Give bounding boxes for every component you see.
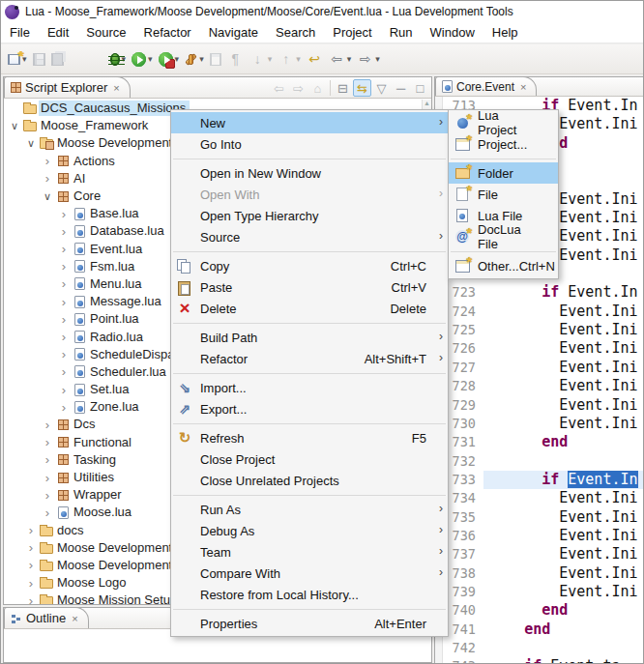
dropdown-caret-icon[interactable]: ▾ [199, 54, 204, 64]
dropdown-caret-icon[interactable]: ▾ [175, 54, 180, 64]
last-edit-icon: ↩ [307, 51, 323, 68]
minimize-icon[interactable]: ─ [392, 79, 410, 97]
menubar-item-help[interactable]: Help [483, 23, 527, 42]
context-menu-item-close-project[interactable]: Close Project [171, 448, 448, 470]
dropdown-caret-icon[interactable]: ▾ [296, 54, 301, 64]
code-line: 732 [435, 452, 643, 471]
context-menu-item-restore-from-local-history[interactable]: Restore from Local History... [171, 584, 448, 605]
menubar-item-file[interactable]: File [1, 23, 39, 42]
context-menu-item-team[interactable]: Team› [171, 541, 448, 563]
twisty-icon[interactable] [41, 471, 54, 485]
twisty-icon[interactable] [57, 312, 71, 327]
close-icon[interactable]: × [72, 613, 77, 624]
context-menu-item-refactor[interactable]: RefactorAlt+Shift+T› [171, 348, 448, 369]
menubar-item-source[interactable]: Source [77, 23, 134, 42]
tab-script-explorer[interactable]: Script Explorer × [4, 76, 131, 98]
twisty-icon[interactable] [24, 523, 38, 537]
twisty-icon[interactable] [57, 330, 71, 344]
last-edit-location-button[interactable]: ↩ [305, 47, 325, 71]
twisty-icon[interactable] [41, 488, 54, 503]
new-submenu-item-lua-project[interactable]: Lua Project [449, 112, 558, 133]
context-menu-item-compare-with[interactable]: Compare With› [171, 563, 448, 584]
twisty-icon[interactable] [57, 276, 71, 291]
debug-button[interactable]: ▾ [108, 47, 129, 71]
run-coverage-button[interactable]: ▾ [157, 47, 182, 71]
context-menu-item-source[interactable]: Source› [171, 226, 448, 247]
twisty-icon[interactable] [41, 154, 54, 168]
twisty-icon[interactable] [41, 190, 54, 203]
twisty-icon[interactable] [57, 364, 71, 379]
menubar-item-run[interactable]: Run [381, 23, 422, 42]
twisty-icon[interactable] [41, 435, 54, 449]
menubar-item-project[interactable]: Project [324, 23, 380, 42]
menubar-item-search[interactable]: Search [267, 23, 324, 42]
new-submenu-item-folder[interactable]: Folder [449, 162, 558, 184]
new-submenu-item-file[interactable]: File [449, 184, 558, 205]
twisty-icon[interactable] [41, 452, 54, 467]
twisty-icon[interactable] [24, 137, 38, 150]
run-button[interactable]: ▾ [130, 47, 155, 71]
close-icon[interactable]: × [520, 81, 526, 93]
collapse-all-icon[interactable]: ⊟ [334, 79, 352, 97]
context-menu-item-build-path[interactable]: Build Path› [171, 327, 448, 348]
tab-core-event[interactable]: Core.Event × [435, 76, 537, 96]
twisty-icon[interactable] [24, 593, 38, 604]
dropdown-caret-icon[interactable]: ▾ [375, 54, 380, 64]
context-menu-item-export[interactable]: Export... [171, 398, 448, 419]
dropdown-caret-icon[interactable]: ▾ [148, 54, 153, 64]
twisty-icon[interactable] [41, 171, 54, 186]
twisty-icon[interactable] [57, 295, 71, 309]
twisty-icon[interactable] [24, 576, 38, 591]
menu-item-label: Import... [200, 381, 247, 395]
view-menu-icon[interactable]: ▽ [372, 79, 391, 97]
context-menu-item-run-as[interactable]: Run As› [171, 499, 448, 520]
context-menu-item-import[interactable]: Import... [171, 377, 448, 398]
menubar-item-window[interactable]: Window [422, 23, 483, 42]
context-menu-item-properties[interactable]: PropertiesAlt+Enter [171, 613, 448, 634]
context-menu-item-paste[interactable]: PasteCtrl+V [171, 276, 448, 298]
forward-icon[interactable]: ⇨ [289, 79, 307, 97]
back-button[interactable]: ⇦▾ [327, 47, 354, 71]
close-icon[interactable]: × [113, 82, 119, 94]
context-menu-item-delete[interactable]: DeleteDelete [171, 298, 448, 319]
context-menu-item-open-in-new-window[interactable]: Open in New Window [171, 162, 448, 184]
twisty-icon[interactable] [41, 418, 54, 432]
dropdown-caret-icon[interactable]: ▾ [268, 54, 273, 64]
twisty-icon[interactable] [24, 540, 38, 555]
tab-outline[interactable]: Outline × [4, 607, 89, 628]
menu-shortcut: Alt+Shift+T [365, 352, 430, 366]
context-menu-item-open-type-hierarchy[interactable]: Open Type Hierarchy [171, 205, 448, 226]
menubar-item-navigate[interactable]: Navigate [200, 23, 267, 42]
new-submenu-item-doclua-file[interactable]: DocLua File [449, 226, 558, 247]
context-menu-item-refresh[interactable]: RefreshF5 [171, 427, 448, 448]
context-menu-item-new[interactable]: New› [171, 112, 448, 133]
link-with-editor-icon[interactable]: ⇆ [353, 79, 371, 97]
twisty-icon[interactable] [57, 383, 71, 397]
twisty-icon[interactable] [57, 224, 71, 239]
twisty-icon[interactable] [24, 558, 38, 572]
twisty-icon[interactable] [57, 347, 71, 361]
twisty-icon[interactable] [57, 400, 71, 415]
twisty-icon[interactable] [57, 207, 71, 221]
context-menu-item-go-into[interactable]: Go Into [171, 133, 448, 155]
twisty-icon[interactable] [57, 242, 71, 256]
twisty-icon[interactable] [41, 505, 54, 520]
maximize-icon[interactable]: □ [411, 79, 429, 97]
luafile-icon [74, 401, 85, 414]
go-home-icon[interactable]: ⌂ [308, 79, 327, 97]
debug-icon [110, 53, 120, 66]
forward-button[interactable]: ⇨▾ [355, 47, 382, 71]
twisty-icon[interactable] [8, 120, 21, 132]
twisty-icon[interactable] [57, 259, 71, 274]
new-submenu-item-project[interactable]: Project... [449, 133, 558, 155]
menubar-item-refactor[interactable]: Refactor [135, 23, 200, 42]
external-tools-button[interactable]: ▾ [183, 47, 206, 71]
dropdown-caret-icon[interactable]: ▾ [347, 54, 352, 64]
new-submenu-item-other[interactable]: Other...Ctrl+N [449, 255, 558, 276]
menubar-item-edit[interactable]: Edit [39, 23, 77, 42]
context-menu-item-close-unrelated-projects[interactable]: Close Unrelated Projects [171, 470, 448, 491]
context-menu-item-debug-as[interactable]: Debug As› [171, 520, 448, 541]
context-menu-item-copy[interactable]: CopyCtrl+C [171, 255, 448, 276]
new-wizard-button[interactable]: ▾ [6, 47, 29, 71]
back-icon[interactable]: ⇦ [270, 79, 288, 97]
